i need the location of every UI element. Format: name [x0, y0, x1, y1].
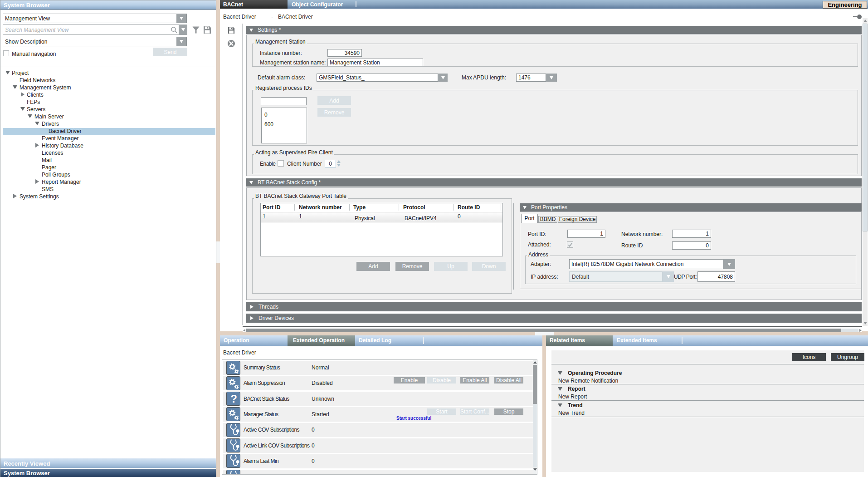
svg-text:?: ? — [230, 393, 237, 405]
